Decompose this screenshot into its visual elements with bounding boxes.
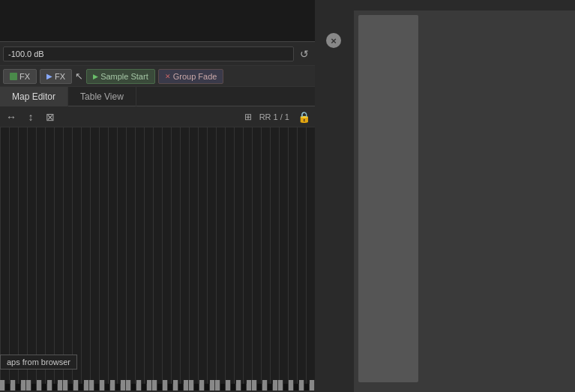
right-panel: [354, 10, 575, 392]
sample-start-button[interactable]: Sample Start: [86, 69, 155, 84]
piano-key: [304, 384, 310, 391]
piano-key: [5, 384, 10, 391]
piano-key: [37, 380, 42, 391]
piano-key: [84, 380, 89, 391]
piano-key: [210, 380, 215, 391]
tab-table-view[interactable]: Table View: [68, 87, 136, 106]
piano-key: [299, 380, 304, 391]
piano-key: [278, 380, 283, 391]
piano-key: [189, 380, 194, 391]
piano-key: [257, 384, 262, 391]
tool-move-button[interactable]: ↔: [3, 109, 19, 124]
tooltip-text: aps from browser: [7, 358, 70, 367]
piano-keys-row: [0, 380, 315, 391]
fx-row: FX ▶ FX ↖ Sample Start Group Fade: [0, 66, 315, 87]
piano-key: [168, 384, 173, 391]
piano-key: [268, 384, 273, 391]
lock-button[interactable]: 🔒: [295, 109, 312, 124]
piano-key: [178, 384, 184, 391]
piano-key: [157, 384, 163, 391]
piano-key: [110, 380, 115, 391]
tool-resize-button[interactable]: ↕: [22, 109, 39, 124]
fx2-label: FX: [55, 72, 65, 81]
piano-key: [273, 380, 278, 391]
piano-key: [47, 380, 52, 391]
piano-key: [73, 380, 79, 391]
piano-key: [215, 380, 220, 391]
piano-key: [136, 380, 142, 391]
piano-key: [79, 384, 84, 391]
fx1-button[interactable]: FX: [3, 69, 37, 84]
tab-table-view-label: Table View: [80, 91, 124, 102]
piano-key: [152, 380, 157, 391]
piano-key: [231, 384, 236, 391]
cursor-indicator: ↖: [75, 70, 83, 82]
right-panel-inner: [358, 15, 418, 382]
grid-button[interactable]: ⊞: [240, 109, 256, 124]
piano-key: [283, 384, 289, 391]
piano-key: [52, 384, 58, 391]
piano-key: [142, 384, 147, 391]
piano-key: [226, 380, 231, 391]
volume-row: -100.0 dB ↺: [0, 42, 315, 66]
map-area[interactable]: aps from browser: [0, 127, 315, 391]
piano-key: [126, 380, 131, 391]
top-area: [0, 0, 315, 41]
piano-key: [205, 384, 210, 391]
piano-key: [184, 380, 189, 391]
grid-lines: [0, 127, 315, 391]
piano-key: [115, 384, 121, 391]
piano-key: [0, 380, 5, 391]
piano-key: [310, 380, 315, 391]
tooltip: aps from browser: [0, 355, 77, 370]
piano-key: [173, 380, 178, 391]
group-fade-label: Group Fade: [173, 72, 217, 81]
piano-key: [121, 380, 126, 391]
rr-label: RR 1 / 1: [259, 112, 289, 121]
piano-key: [163, 380, 168, 391]
piano-key: [194, 384, 199, 391]
piano-key: [262, 380, 268, 391]
piano-key: [147, 380, 152, 391]
fx2-button[interactable]: ▶ FX: [40, 69, 72, 84]
volume-bar[interactable]: -100.0 dB: [3, 46, 294, 61]
tool-select-button[interactable]: ⊠: [42, 109, 58, 124]
piano-key: [100, 380, 105, 391]
piano-key: [289, 380, 294, 391]
piano-key: [236, 380, 241, 391]
tab-row: Map Editor Table View: [0, 87, 315, 106]
piano-key: [105, 384, 110, 391]
reset-button[interactable]: ↺: [297, 46, 312, 61]
piano-key: [131, 384, 136, 391]
editor-panel: -100.0 dB ↺ FX ▶ FX ↖ Sample Start Group…: [0, 41, 315, 390]
fx2-icon: ▶: [46, 72, 52, 80]
piano-key: [220, 384, 226, 391]
piano-key: [241, 384, 247, 391]
piano-key: [31, 384, 37, 391]
piano-key: [294, 384, 299, 391]
tab-map-editor[interactable]: Map Editor: [0, 87, 68, 106]
fx1-label: FX: [19, 72, 30, 81]
piano-key: [89, 380, 94, 391]
close-button[interactable]: ×: [326, 33, 341, 48]
piano-key: [94, 384, 100, 391]
piano-key: [63, 380, 68, 391]
piano-key: [247, 380, 252, 391]
tab-map-editor-label: Map Editor: [12, 91, 55, 102]
volume-value: -100.0 dB: [8, 49, 44, 58]
piano-key: [68, 384, 73, 391]
piano-key: [16, 384, 21, 391]
piano-key: [21, 380, 26, 391]
group-fade-button[interactable]: Group Fade: [158, 69, 224, 84]
piano-key: [199, 380, 205, 391]
piano-key: [42, 384, 47, 391]
toolbar-row: ↔ ↕ ⊠ ⊞ RR 1 / 1 🔒: [0, 106, 315, 127]
piano-key: [26, 380, 31, 391]
piano-key: [58, 380, 63, 391]
sample-start-label: Sample Start: [100, 72, 148, 81]
piano-key: [252, 380, 257, 391]
fx1-indicator: [10, 73, 17, 80]
piano-key: [10, 380, 16, 391]
